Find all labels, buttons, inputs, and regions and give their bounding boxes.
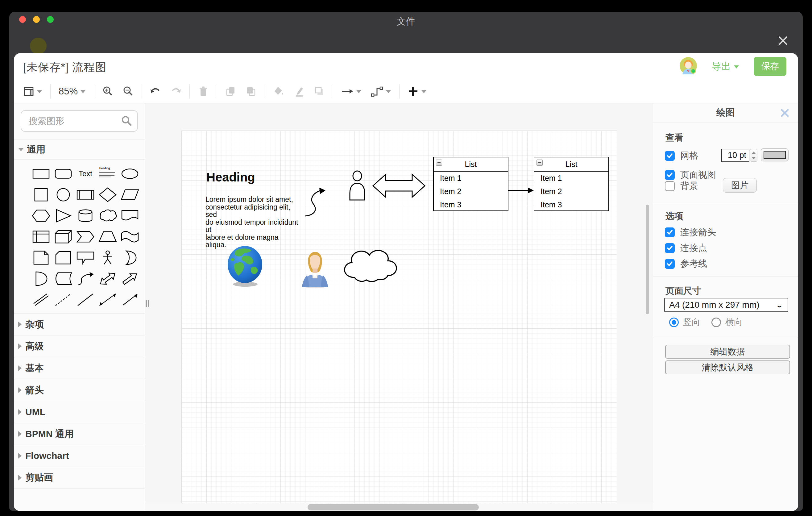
shape-dashed-line[interactable] — [52, 289, 74, 310]
horizontal-scrollbar-track[interactable] — [145, 503, 653, 511]
option-checkbox[interactable] — [665, 243, 675, 253]
list-item[interactable]: Item 2 — [534, 185, 608, 198]
zoom-out-button[interactable] — [122, 86, 134, 97]
shape-or[interactable] — [119, 247, 141, 268]
shape-triangle[interactable] — [52, 205, 74, 226]
diagram-paragraph-text[interactable]: Lorem ipsum dolor sit amet, consectetur … — [205, 196, 300, 249]
shape-actor[interactable] — [96, 247, 119, 268]
list-shape-2[interactable]: List Item 1Item 2Item 3 — [534, 157, 609, 211]
option-row-参考线[interactable]: 参考线 — [665, 258, 707, 270]
diagram-actor-shape[interactable] — [348, 170, 366, 201]
shape-cylinder[interactable] — [74, 205, 96, 226]
list-item[interactable]: Item 2 — [434, 185, 508, 198]
option-checkbox[interactable] — [665, 227, 675, 237]
background-checkbox[interactable] — [665, 181, 675, 191]
shape-directional-connector[interactable] — [119, 289, 141, 310]
page-view-checkbox[interactable] — [665, 170, 675, 180]
shape-cube[interactable] — [52, 226, 74, 247]
shape-document[interactable] — [119, 205, 141, 226]
shape-note[interactable] — [30, 247, 52, 268]
shape-card[interactable] — [52, 247, 74, 268]
shape-textbox[interactable]: Heading — [96, 163, 119, 184]
shape-and[interactable] — [30, 268, 52, 289]
shape-process[interactable] — [74, 184, 96, 205]
portrait-radio[interactable] — [669, 318, 679, 327]
close-icon[interactable] — [776, 34, 790, 48]
shape-arrow[interactable] — [119, 268, 141, 289]
export-button[interactable]: 导出 — [712, 60, 739, 73]
list-item[interactable]: Item 3 — [434, 198, 508, 211]
page-view-checkbox-row[interactable]: 页面视图 — [665, 169, 716, 181]
option-checkbox[interactable] — [665, 259, 675, 269]
zoom-in-button[interactable] — [102, 86, 113, 97]
save-button[interactable]: 保存 — [754, 57, 786, 76]
shape-internal-storage[interactable] — [30, 226, 52, 247]
list-shape-1[interactable]: List Item 1Item 2Item 3 — [433, 157, 509, 211]
shape-link[interactable] — [30, 289, 52, 310]
undo-button[interactable] — [150, 86, 161, 97]
shape-bidirectional-arrow[interactable] — [96, 268, 119, 289]
diagram-cloud-shape[interactable] — [340, 245, 399, 283]
diagram-curve-arrow[interactable] — [304, 184, 335, 218]
sidebar-section-BPMN 通用[interactable]: BPMN 通用 — [14, 423, 145, 445]
canvas-area[interactable]: Heading Lorem ipsum dolor sit amet, cons… — [145, 104, 653, 511]
grid-checkbox[interactable] — [665, 151, 675, 161]
drawing-page[interactable]: Heading Lorem ipsum dolor sit amet, cons… — [181, 131, 617, 503]
background-image-button[interactable]: 图片 — [723, 178, 757, 193]
shape-step[interactable] — [74, 226, 96, 247]
diagram-globe-image[interactable] — [226, 245, 264, 287]
collapse-icon[interactable] — [436, 160, 442, 166]
shape-ellipse[interactable] — [119, 163, 141, 184]
list-item[interactable]: Item 1 — [534, 172, 608, 185]
grid-size-input[interactable] — [721, 149, 749, 162]
page-view-button[interactable] — [23, 86, 42, 97]
shape-data-storage[interactable] — [52, 268, 74, 289]
shape-curve[interactable] — [74, 268, 96, 289]
shape-rectangle[interactable] — [30, 163, 52, 184]
shape-bidirectional-connector[interactable] — [96, 289, 119, 310]
shape-square[interactable] — [30, 184, 52, 205]
sidebar-section-Flowchart[interactable]: Flowchart — [14, 445, 145, 467]
user-avatar[interactable] — [680, 57, 697, 76]
shape-callout[interactable] — [74, 247, 96, 268]
diagram-connector-arrow[interactable] — [509, 182, 534, 198]
sidebar-section-杂项[interactable]: 杂项 — [14, 313, 145, 335]
vertical-scrollbar[interactable] — [646, 205, 649, 314]
panel-close-icon[interactable] — [780, 108, 790, 118]
shape-tape[interactable] — [119, 226, 141, 247]
shape-hexagon[interactable] — [30, 205, 52, 226]
shape-cloud[interactable] — [96, 205, 119, 226]
list-item[interactable]: Item 3 — [534, 198, 608, 211]
option-row-连接点[interactable]: 连接点 — [665, 242, 707, 254]
landscape-radio[interactable] — [712, 318, 721, 327]
sidebar-section-general[interactable]: 通用 — [14, 139, 145, 160]
zoom-level-dropdown[interactable]: 85% — [59, 86, 86, 97]
sidebar-section-基本[interactable]: 基本 — [14, 357, 145, 379]
list-item[interactable]: Item 1 — [434, 172, 508, 185]
search-input[interactable] — [21, 110, 138, 132]
shape-circle[interactable] — [52, 184, 74, 205]
sidebar-section-UML[interactable]: UML — [14, 401, 145, 423]
sidebar-section-剪贴画[interactable]: 剪贴画 — [14, 467, 145, 489]
sidebar-resize-handle[interactable] — [146, 300, 150, 307]
shape-diamond[interactable] — [96, 184, 119, 205]
background-checkbox-row[interactable]: 背景 — [665, 180, 698, 192]
shape-trapezoid[interactable] — [96, 226, 119, 247]
option-row-连接箭头[interactable]: 连接箭头 — [665, 226, 716, 238]
page-size-select[interactable]: A4 (210 mm x 297 mm) ⌄ — [664, 298, 788, 312]
grid-color-swatch[interactable] — [761, 148, 788, 162]
edit-data-button[interactable]: 编辑数据 — [665, 345, 790, 359]
connection-arrow-button[interactable] — [341, 86, 361, 97]
clear-default-style-button[interactable]: 清除默认风格 — [665, 361, 790, 374]
diagram-heading-text[interactable]: Heading — [206, 170, 255, 184]
diagram-double-arrow-shape[interactable] — [372, 171, 426, 200]
stepper-up-icon[interactable] — [752, 151, 756, 154]
stepper-down-icon[interactable] — [752, 157, 756, 159]
sidebar-section-高级[interactable]: 高级 — [14, 335, 145, 357]
shape-parallelogram[interactable] — [119, 184, 141, 205]
diagram-businesswoman-image[interactable] — [299, 250, 330, 288]
insert-button[interactable] — [408, 86, 427, 97]
shape-rounded-rectangle[interactable] — [52, 163, 74, 184]
collapse-icon[interactable] — [536, 160, 543, 166]
shape-text[interactable]: Text — [74, 163, 96, 184]
